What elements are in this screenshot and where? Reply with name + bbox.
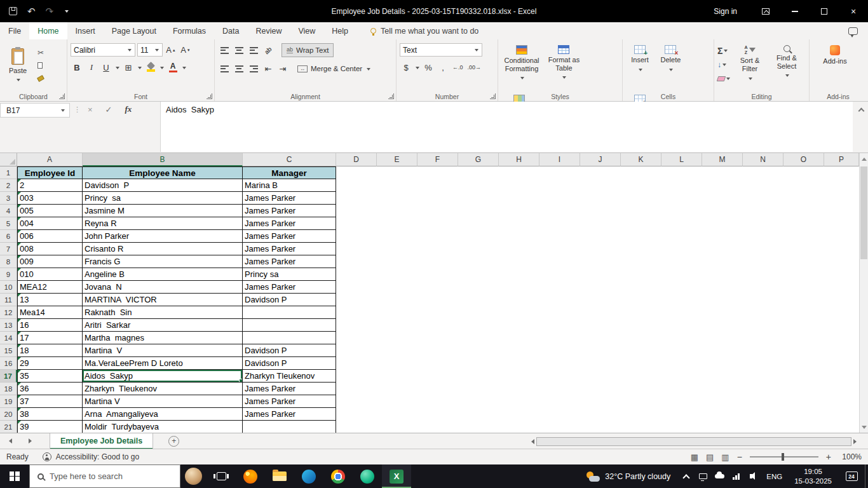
cell-B7[interactable]: Crisanto R	[83, 243, 243, 255]
sheet-nav-right-icon[interactable]	[29, 438, 32, 444]
fill-color-icon[interactable]	[144, 61, 157, 74]
ribbon-display-options-icon[interactable]	[751, 0, 780, 22]
cell-B3[interactable]: Princy sa	[83, 192, 243, 205]
cell-B1[interactable]: Employee Name	[83, 166, 243, 179]
insert-cells-button[interactable]: + Insert	[626, 42, 654, 92]
cell-B9[interactable]: Angeline B	[83, 268, 243, 281]
cell-B14[interactable]: Martha magnes	[83, 332, 243, 344]
taskbar-file-explorer[interactable]	[265, 464, 294, 488]
tab-data[interactable]: Data	[214, 22, 247, 39]
column-header-K[interactable]: K	[621, 153, 661, 166]
row-header-17[interactable]: 17	[0, 370, 17, 383]
row-header-14[interactable]: 14	[0, 332, 17, 344]
cell-C15[interactable]: Davidson P	[243, 344, 336, 357]
sheet-nav-left-icon[interactable]	[9, 438, 12, 444]
decrease-font-size-button[interactable]: A▼	[179, 44, 192, 57]
cell-C1[interactable]: Manager	[243, 166, 336, 179]
cell-B15[interactable]: Martina V	[83, 344, 243, 357]
search-input[interactable]	[50, 471, 180, 481]
column-header-L[interactable]: L	[661, 153, 702, 166]
row-header-11[interactable]: 11	[0, 294, 17, 306]
cancel-icon[interactable]: ×	[88, 105, 93, 114]
column-header-C[interactable]: C	[243, 153, 336, 166]
row-header-10[interactable]: 10	[0, 281, 17, 294]
vertical-scroll-thumb[interactable]	[860, 166, 867, 259]
cell-A19[interactable]: 37	[17, 395, 83, 408]
bottom-align-icon[interactable]	[247, 44, 260, 57]
action-center-button[interactable]: 24	[838, 464, 865, 488]
taskbar-firefox[interactable]	[236, 464, 265, 488]
tray-display[interactable]	[695, 464, 711, 488]
scroll-down-icon[interactable]	[860, 423, 868, 431]
merge-center-button[interactable]: ↔ Merge & Center	[294, 62, 375, 76]
avatar[interactable]	[185, 468, 202, 485]
close-button[interactable]: ×	[839, 0, 868, 22]
taskbar-edge[interactable]	[294, 464, 323, 488]
cell-C2[interactable]: Marina B	[243, 179, 336, 192]
zoom-out-icon[interactable]: −	[737, 452, 742, 462]
taskbar-clock[interactable]: 19:05 15-03-2025	[788, 464, 838, 488]
cell-A17[interactable]: 35	[17, 370, 83, 383]
tray-network[interactable]	[728, 464, 744, 488]
normal-view-icon[interactable]: ▦	[691, 452, 698, 462]
cell-C13[interactable]	[243, 319, 336, 332]
sort-filter-button[interactable]: AZ Sort & Filter	[733, 42, 766, 92]
column-header-O[interactable]: O	[783, 153, 824, 166]
bold-button[interactable]: B	[71, 61, 83, 74]
cell-C18[interactable]: James Parker	[243, 383, 336, 395]
formula-bar-collapse-icon[interactable]	[858, 108, 865, 114]
font-size-select[interactable]: 11	[137, 43, 163, 57]
cell-A21[interactable]: 39	[17, 421, 83, 433]
cell-C6[interactable]: James Parker	[243, 230, 336, 243]
minimize-button[interactable]	[780, 0, 810, 22]
column-header-H[interactable]: H	[499, 153, 539, 166]
start-button[interactable]	[0, 464, 29, 488]
row-header-8[interactable]: 8	[0, 255, 17, 268]
cell-B2[interactable]: Davidson P	[83, 179, 243, 192]
cell-A16[interactable]: 29	[17, 357, 83, 370]
clear-button[interactable]	[717, 72, 731, 85]
cell-A18[interactable]: 36	[17, 383, 83, 395]
wrap-text-button[interactable]: ab Wrap Text	[281, 43, 334, 57]
cell-C21[interactable]	[243, 421, 336, 433]
italic-button[interactable]: I	[85, 61, 98, 74]
row-header-5[interactable]: 5	[0, 217, 17, 230]
comments-icon[interactable]	[848, 27, 858, 35]
task-view-button[interactable]	[207, 464, 236, 488]
cell-A4[interactable]: 005	[17, 205, 83, 217]
cell-A5[interactable]: 004	[17, 217, 83, 230]
cell-C8[interactable]: James Parker	[243, 255, 336, 268]
redo-icon[interactable]: ↷	[46, 6, 54, 16]
name-box[interactable]: B17	[0, 103, 70, 118]
language-indicator[interactable]: ENG	[761, 464, 788, 488]
cell-B13[interactable]: Aritri Sarkar	[83, 319, 243, 332]
name-box-dropdown-icon[interactable]	[61, 109, 65, 114]
vertical-scrollbar[interactable]	[859, 153, 868, 433]
top-align-icon[interactable]	[218, 44, 231, 57]
cut-icon[interactable]: ✂	[37, 48, 44, 57]
cell-B11[interactable]: MARTINA VICTOR	[83, 294, 243, 306]
row-header-18[interactable]: 18	[0, 383, 17, 395]
cell-A11[interactable]: 13	[17, 294, 83, 306]
zoom-slider[interactable]	[750, 456, 818, 458]
cell-C11[interactable]: Davidson P	[243, 294, 336, 306]
align-right-icon[interactable]	[247, 62, 260, 75]
comma-style-icon[interactable]: ,	[437, 61, 449, 74]
copy-icon[interactable]	[37, 61, 44, 70]
row-header-15[interactable]: 15	[0, 344, 17, 357]
cell-C3[interactable]: James Parker	[243, 192, 336, 205]
paste-button[interactable]: Paste	[3, 42, 32, 89]
cell-C17[interactable]: Zharkyn Tleukenov	[243, 370, 336, 383]
percent-style-icon[interactable]: %	[422, 61, 435, 74]
taskbar-search[interactable]	[29, 464, 180, 488]
cell-C20[interactable]: James Parker	[243, 408, 336, 421]
row-header-2[interactable]: 2	[0, 179, 17, 192]
cell-A15[interactable]: 18	[17, 344, 83, 357]
row-header-1[interactable]: 1	[0, 166, 17, 179]
row-header-6[interactable]: 6	[0, 230, 17, 243]
font-color-icon[interactable]: A	[166, 61, 179, 74]
middle-align-icon[interactable]	[233, 44, 245, 57]
clipboard-dialog-launcher-icon[interactable]	[59, 93, 65, 99]
taskbar-app[interactable]	[353, 464, 382, 488]
insert-function-icon[interactable]: fx	[125, 104, 132, 114]
